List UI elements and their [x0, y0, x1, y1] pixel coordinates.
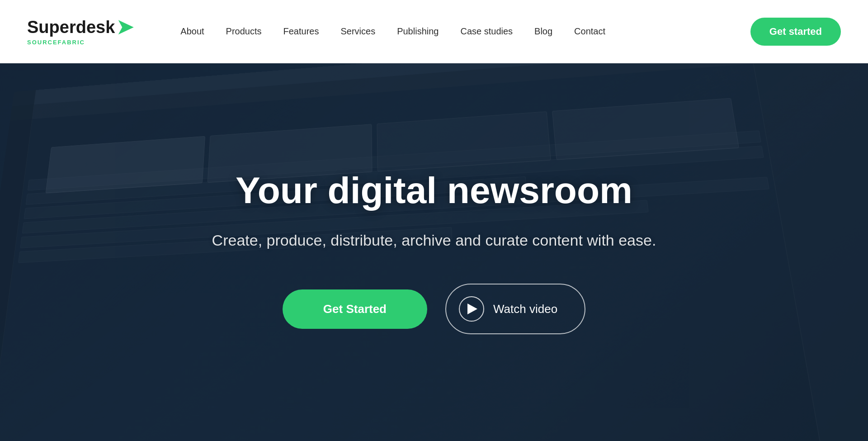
watch-video-label: Watch video	[493, 302, 557, 316]
header-get-started-button[interactable]: Get started	[750, 18, 841, 46]
play-icon	[467, 303, 477, 314]
hero-section: Your digital newsroom Create, produce, d…	[0, 63, 868, 441]
nav-item-products[interactable]: Products	[215, 22, 273, 41]
hero-buttons: Get Started Watch video	[212, 284, 656, 334]
nav-item-services[interactable]: Services	[330, 22, 386, 41]
hero-title: Your digital newsroom	[212, 170, 656, 211]
logo-subtitle: SOURCEFABRIC	[27, 39, 85, 46]
logo-area[interactable]: Superdesk ➤ SOURCEFABRIC	[27, 17, 133, 46]
logo-text: Superdesk	[27, 19, 115, 36]
hero-get-started-button[interactable]: Get Started	[283, 289, 427, 329]
nav-item-blog[interactable]: Blog	[524, 22, 563, 41]
play-circle-icon	[459, 296, 484, 322]
hero-subtitle: Create, produce, distribute, archive and…	[212, 229, 656, 252]
logo-name: Superdesk ➤	[27, 17, 133, 37]
nav-item-features[interactable]: Features	[273, 22, 330, 41]
hero-watch-video-button[interactable]: Watch video	[445, 284, 585, 334]
nav-item-contact[interactable]: Contact	[563, 22, 616, 41]
nav-item-case-studies[interactable]: Case studies	[449, 22, 524, 41]
header: Superdesk ➤ SOURCEFABRIC About Products …	[0, 0, 868, 63]
nav-item-publishing[interactable]: Publishing	[386, 22, 449, 41]
logo-arrow-icon: ➤	[117, 17, 133, 37]
nav-item-about[interactable]: About	[170, 22, 215, 41]
hero-content: Your digital newsroom Create, produce, d…	[194, 170, 675, 334]
main-nav: About Products Features Services Publish…	[170, 22, 750, 41]
